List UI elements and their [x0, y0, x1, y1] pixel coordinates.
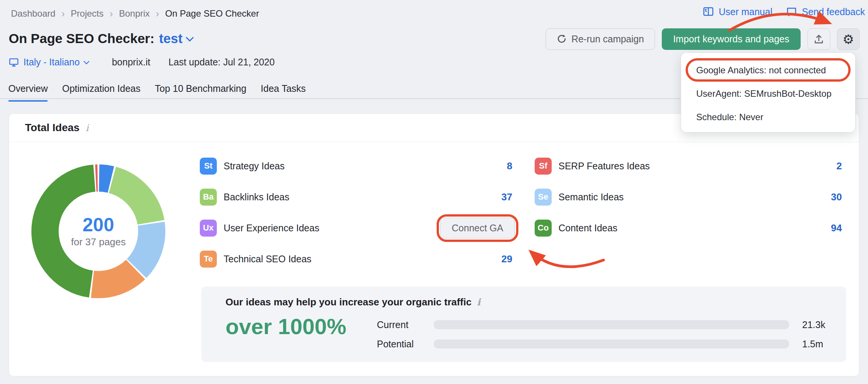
location-selector[interactable]: Italy - Italiano — [9, 57, 89, 68]
export-button[interactable] — [807, 28, 830, 50]
import-keywords-button[interactable]: Import keywords and pages — [662, 28, 801, 50]
send-feedback-link[interactable]: Send feedback — [786, 6, 865, 17]
breadcrumb: Dashboard › Projects › Bonprix › On Page… — [11, 8, 259, 19]
user-manual-link[interactable]: User manual — [703, 6, 772, 17]
breadcrumb-dashboard[interactable]: Dashboard — [11, 8, 55, 19]
total-ideas-donut-chart: 200 for 37 pages — [30, 163, 166, 299]
traffic-panel-title: Our ideas may help you increase your org… — [226, 296, 481, 308]
breadcrumb-bonprix[interactable]: Bonprix — [119, 8, 149, 19]
idea-label: User Experience Ideas — [224, 223, 319, 234]
idea-row-semantic: Se Semantic Ideas 30 — [535, 181, 842, 212]
idea-value[interactable]: 37 — [501, 191, 512, 203]
semantic-badge: Se — [535, 189, 552, 206]
last-update-text: Last update: Jul 21, 2020 — [168, 57, 275, 68]
traffic-row-label: Current — [377, 319, 434, 330]
current-traffic-bar — [434, 320, 789, 329]
idea-row-user-experience: Ux User Experience Ideas Connect GA — [200, 212, 512, 243]
idea-row-serp-features: Sf SERP Features Ideas 2 — [535, 150, 842, 181]
breadcrumb-separator-icon: › — [156, 9, 159, 18]
info-icon[interactable]: i — [86, 122, 89, 133]
potential-traffic-bar — [434, 339, 789, 348]
technical-seo-badge: Te — [200, 251, 217, 268]
monitor-icon — [9, 57, 19, 67]
tab-top10-benchmarking[interactable]: Top 10 Benchmarking — [155, 83, 246, 102]
idea-label: Backlinks Ideas — [224, 192, 289, 203]
idea-value[interactable]: 2 — [837, 160, 842, 172]
idea-value[interactable]: 8 — [507, 160, 512, 172]
strategy-badge: St — [200, 158, 217, 175]
menu-item-user-agent[interactable]: UserAgent: SEMrushBot-Desktop — [696, 88, 831, 99]
on-page-seo-checker-page: Dashboard › Projects › Bonprix › On Page… — [0, 0, 868, 384]
idea-label: Technical SEO Ideas — [224, 254, 311, 265]
card-title: Total Ideas — [25, 122, 79, 134]
send-feedback-label: Send feedback — [802, 6, 865, 17]
content-badge: Co — [535, 220, 552, 237]
location-label: Italy - Italiano — [23, 57, 80, 68]
idea-label: Strategy Ideas — [224, 161, 285, 172]
user-manual-label: User manual — [719, 6, 772, 17]
settings-dropdown-menu: Google Analytics: not connected UserAgen… — [681, 53, 855, 132]
idea-value[interactable]: 30 — [831, 191, 842, 203]
gear-icon: ⚙ — [843, 32, 854, 47]
chevron-down-icon[interactable] — [186, 33, 194, 41]
traffic-highlight: over 1000% — [226, 314, 346, 339]
donut-chart-svg — [30, 163, 166, 299]
page-title: On Page SEO Checker: test — [9, 31, 193, 46]
traffic-row-value: 1.5m — [802, 339, 823, 350]
header-links: User manual Send feedback — [703, 6, 865, 17]
tab-overview[interactable]: Overview — [8, 83, 48, 102]
traffic-row-potential: Potential 1.5m — [377, 338, 823, 350]
idea-row-technical-seo: Te Technical SEO Ideas 29 — [200, 243, 512, 274]
breadcrumb-projects[interactable]: Projects — [71, 8, 104, 19]
backlinks-badge: Ba — [200, 189, 217, 206]
user-experience-badge: Ux — [200, 220, 217, 237]
refresh-icon — [557, 34, 567, 44]
idea-label: SERP Features Ideas — [558, 161, 650, 172]
idea-label: Semantic Ideas — [558, 192, 624, 203]
breadcrumb-separator-icon: › — [110, 9, 113, 18]
breadcrumb-current: On Page SEO Checker — [165, 8, 259, 19]
tab-idea-tasks[interactable]: Idea Tasks — [261, 83, 306, 102]
idea-value[interactable]: 29 — [501, 253, 512, 265]
feedback-bubble-icon — [786, 6, 797, 17]
organic-traffic-panel: Our ideas may help you increase your org… — [201, 286, 846, 362]
book-icon — [703, 6, 714, 17]
tab-bar: Overview Optimization Ideas Top 10 Bench… — [8, 83, 306, 102]
info-icon[interactable]: i — [477, 297, 481, 308]
traffic-row-current: Current 21.3k — [377, 319, 825, 330]
connect-ga-button[interactable]: Connect GA — [440, 218, 515, 238]
rerun-campaign-label: Re-run campaign — [571, 34, 644, 45]
serp-features-badge: Sf — [535, 158, 552, 175]
upload-icon — [813, 34, 824, 45]
tab-optimization-ideas[interactable]: Optimization Ideas — [62, 83, 140, 102]
connect-ga-annotated: Connect GA — [437, 214, 518, 242]
traffic-row-value: 21.3k — [802, 319, 825, 330]
idea-value[interactable]: 94 — [831, 222, 842, 234]
idea-row-content: Co Content Ideas 94 — [535, 212, 842, 243]
total-ideas-card: Total Ideas i 200 for 37 pages St Strate… — [9, 113, 859, 376]
traffic-row-label: Potential — [377, 339, 434, 350]
idea-row-backlinks: Ba Backlinks Ideas 37 — [200, 181, 512, 212]
menu-item-google-analytics[interactable]: Google Analytics: not connected — [696, 65, 826, 76]
import-keywords-label: Import keywords and pages — [673, 34, 789, 45]
page-title-text: On Page SEO Checker: — [9, 31, 154, 46]
chevron-down-icon — [83, 59, 89, 65]
settings-gear-button[interactable]: ⚙ — [837, 28, 860, 50]
campaign-name[interactable]: test — [159, 31, 182, 46]
breadcrumb-separator-icon: › — [61, 9, 65, 18]
idea-label: Content Ideas — [558, 223, 618, 234]
idea-row-strategy: St Strategy Ideas 8 — [200, 150, 512, 181]
campaign-domain: bonprix.it — [112, 57, 150, 68]
traffic-title-text: Our ideas may help you increase your org… — [226, 296, 471, 308]
campaign-subheader: Italy - Italiano bonprix.it Last update:… — [9, 57, 275, 68]
toolbar: Re-run campaign Import keywords and page… — [546, 28, 860, 50]
menu-item-schedule[interactable]: Schedule: Never — [696, 112, 763, 122]
rerun-campaign-button[interactable]: Re-run campaign — [546, 28, 655, 50]
